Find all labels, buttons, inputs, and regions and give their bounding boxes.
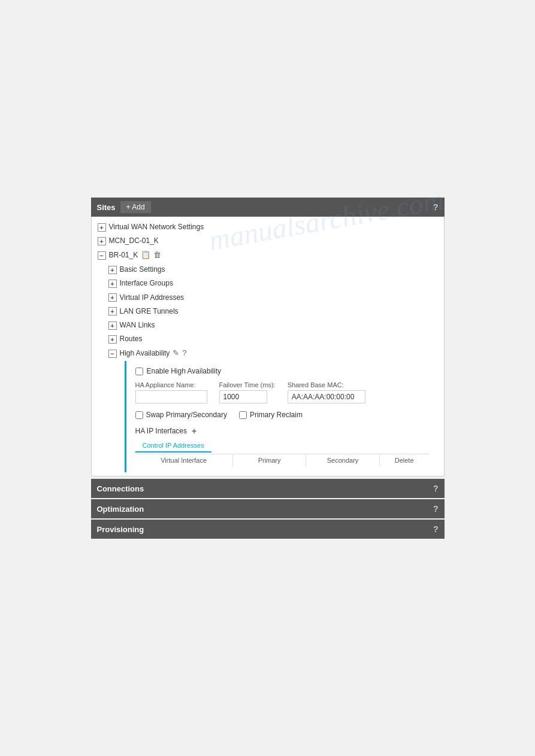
- main-panel: Sites + Add ? + Virtual WAN Network Sett…: [91, 198, 445, 539]
- ha-ip-add-icon[interactable]: +: [192, 426, 197, 436]
- connections-section[interactable]: Connections ?: [91, 479, 445, 498]
- sites-header-left: Sites + Add: [97, 201, 151, 213]
- primary-reclaim-label: Primary Reclaim: [250, 411, 303, 419]
- swap-checkbox-group: Swap Primary/Secondary: [135, 411, 227, 419]
- ha-enable-row: Enable High Availability: [135, 367, 429, 375]
- ha-shared-mac-label: Shared Base MAC:: [288, 381, 365, 388]
- edit-icon[interactable]: ✎: [173, 347, 179, 360]
- expand-icon-routes: +: [108, 335, 117, 344]
- optimization-help-icon[interactable]: ?: [433, 504, 439, 514]
- sites-help-icon[interactable]: ?: [433, 202, 439, 212]
- primary-reclaim-group: Primary Reclaim: [239, 411, 303, 419]
- tree-label-virtual-wan: Virtual WAN Network Settings: [109, 221, 204, 233]
- expand-icon-lan-gre: +: [108, 307, 117, 315]
- ha-failover-group: Failover Time (ms):: [219, 381, 276, 403]
- ha-appliance-name-input[interactable]: [135, 390, 207, 403]
- ha-checkboxes-row: Swap Primary/Secondary Primary Reclaim: [135, 411, 429, 419]
- tree-item-routes[interactable]: + Routes: [92, 332, 444, 346]
- tree-item-interface-groups[interactable]: + Interface Groups: [92, 277, 444, 290]
- tree-label-virtual-ip: Virtual IP Addresses: [120, 292, 185, 303]
- tree-item-virtual-ip[interactable]: + Virtual IP Addresses: [92, 291, 444, 305]
- provisioning-help-icon[interactable]: ?: [433, 524, 439, 534]
- tree-item-mcn-dc[interactable]: + MCN_DC-01_K: [92, 234, 444, 248]
- col-secondary: Secondary: [306, 454, 380, 466]
- control-ip-tab[interactable]: Control IP Addresses: [135, 439, 211, 453]
- tree-label-ha: High Availability: [120, 348, 170, 359]
- ha-actions: ✎ ?: [173, 347, 186, 360]
- ha-section: Enable High Availability HA Appliance Na…: [125, 361, 438, 472]
- connections-label: Connections: [97, 484, 144, 493]
- tree-label-wan-links: WAN Links: [120, 320, 155, 331]
- tree-item-basic-settings[interactable]: + Basic Settings: [92, 263, 444, 277]
- provisioning-label: Provisioning: [97, 525, 144, 534]
- tree-item-wan-links[interactable]: + WAN Links: [92, 318, 444, 332]
- ha-ip-label: HA IP Interfaces: [135, 427, 188, 435]
- ha-failover-label: Failover Time (ms):: [219, 381, 276, 388]
- col-delete: Delete: [380, 454, 429, 466]
- connections-help-icon[interactable]: ?: [433, 484, 439, 493]
- expand-icon-basic-settings: +: [108, 266, 117, 274]
- tree-label-br01: BR-01_K: [109, 250, 138, 261]
- copy-icon[interactable]: 📋: [141, 249, 150, 262]
- expand-icon-virtual-wan: +: [98, 223, 106, 232]
- expand-icon-mcn-dc: +: [98, 237, 106, 245]
- ha-failover-input[interactable]: [219, 390, 267, 403]
- swap-checkbox[interactable]: [135, 411, 143, 419]
- expand-icon-interface-groups: +: [108, 280, 117, 288]
- ha-appliance-name-group: HA Appliance Name:: [135, 381, 207, 403]
- ha-ip-interfaces-row: HA IP Interfaces +: [135, 426, 429, 436]
- tree-label-mcn-dc: MCN_DC-01_K: [109, 235, 159, 247]
- expand-icon-br01: −: [98, 251, 106, 260]
- tree-item-lan-gre[interactable]: + LAN GRE Tunnels: [92, 305, 444, 318]
- col-virtual: Virtual Interface: [135, 454, 233, 466]
- tree-label-basic-settings: Basic Settings: [120, 264, 165, 275]
- optimization-section[interactable]: Optimization ?: [91, 499, 445, 518]
- ha-help-icon[interactable]: ?: [182, 347, 186, 360]
- tree-panel: + Virtual WAN Network Settings + MCN_DC-…: [91, 217, 445, 476]
- tree-label-lan-gre: LAN GRE Tunnels: [120, 306, 179, 317]
- tree-label-routes: Routes: [120, 333, 143, 345]
- table-header: Virtual Interface Primary Secondary Dele…: [135, 454, 429, 466]
- br01-actions: 📋 🗑: [141, 249, 161, 262]
- expand-icon-ha: −: [108, 350, 117, 358]
- ha-appliance-name-label: HA Appliance Name:: [135, 381, 207, 388]
- optimization-label: Optimization: [97, 505, 144, 514]
- swap-label: Swap Primary/Secondary: [146, 411, 227, 419]
- expand-icon-wan-links: +: [108, 321, 117, 330]
- ha-enable-label: Enable High Availability: [147, 367, 222, 375]
- sites-header: Sites + Add ?: [91, 198, 445, 217]
- page-wrapper: Sites + Add ? + Virtual WAN Network Sett…: [0, 0, 535, 756]
- ha-shared-mac-input[interactable]: [288, 390, 365, 403]
- add-button[interactable]: + Add: [120, 201, 151, 213]
- primary-reclaim-checkbox[interactable]: [239, 411, 247, 419]
- expand-icon-virtual-ip: +: [108, 293, 117, 302]
- tree-item-virtual-wan[interactable]: + Virtual WAN Network Settings: [92, 220, 444, 234]
- ha-enable-checkbox[interactable]: [135, 368, 143, 375]
- tree-item-high-availability[interactable]: − High Availability ✎ ?: [92, 346, 444, 361]
- tab-row: Control IP Addresses: [135, 439, 429, 453]
- delete-icon[interactable]: 🗑: [153, 249, 161, 262]
- tree-item-br01[interactable]: − BR-01_K 📋 🗑: [92, 248, 444, 263]
- provisioning-section[interactable]: Provisioning ?: [91, 520, 445, 539]
- ha-fields-row: HA Appliance Name: Failover Time (ms): S…: [135, 381, 429, 403]
- tree-label-interface-groups: Interface Groups: [120, 278, 173, 289]
- col-primary: Primary: [233, 454, 307, 466]
- ha-shared-mac-group: Shared Base MAC:: [288, 381, 365, 403]
- sites-title: Sites: [97, 203, 116, 212]
